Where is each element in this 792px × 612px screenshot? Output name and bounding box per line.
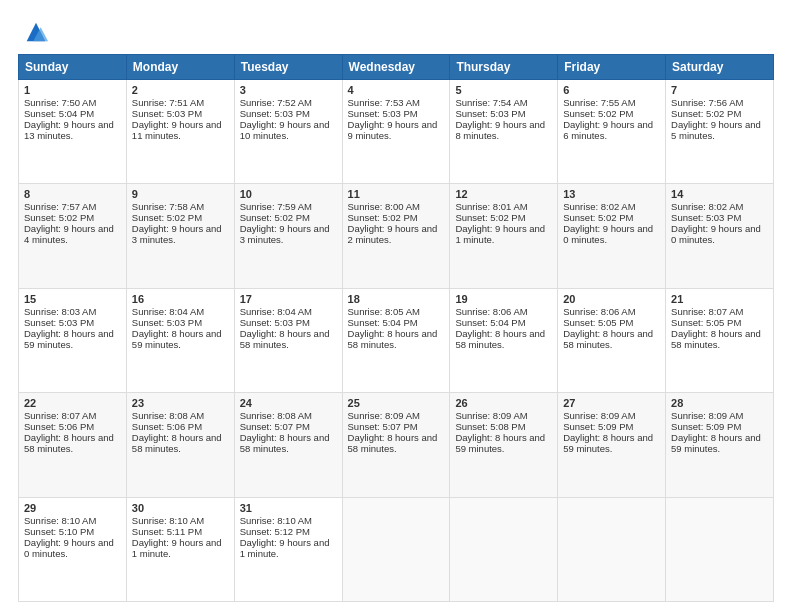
day-cell: 7Sunrise: 7:56 AMSunset: 5:02 PMDaylight… — [666, 80, 774, 184]
daylight: Daylight: 9 hours and 8 minutes. — [455, 119, 545, 141]
day-number: 21 — [671, 293, 768, 305]
day-cell: 5Sunrise: 7:54 AMSunset: 5:03 PMDaylight… — [450, 80, 558, 184]
header-day-sunday: Sunday — [19, 55, 127, 80]
sunset: Sunset: 5:10 PM — [24, 526, 94, 537]
daylight: Daylight: 8 hours and 59 minutes. — [563, 432, 653, 454]
sunset: Sunset: 5:04 PM — [455, 317, 525, 328]
day-number: 3 — [240, 84, 337, 96]
day-number: 2 — [132, 84, 229, 96]
day-number: 31 — [240, 502, 337, 514]
sunset: Sunset: 5:02 PM — [24, 212, 94, 223]
sunset: Sunset: 5:08 PM — [455, 421, 525, 432]
daylight: Daylight: 9 hours and 1 minute. — [132, 537, 222, 559]
week-row-4: 22Sunrise: 8:07 AMSunset: 5:06 PMDayligh… — [19, 393, 774, 497]
calendar-header: SundayMondayTuesdayWednesdayThursdayFrid… — [19, 55, 774, 80]
daylight: Daylight: 9 hours and 5 minutes. — [671, 119, 761, 141]
sunrise: Sunrise: 8:01 AM — [455, 201, 527, 212]
sunset: Sunset: 5:04 PM — [348, 317, 418, 328]
sunset: Sunset: 5:06 PM — [24, 421, 94, 432]
day-number: 6 — [563, 84, 660, 96]
day-cell: 13Sunrise: 8:02 AMSunset: 5:02 PMDayligh… — [558, 184, 666, 288]
sunrise: Sunrise: 8:04 AM — [132, 306, 204, 317]
day-cell: 10Sunrise: 7:59 AMSunset: 5:02 PMDayligh… — [234, 184, 342, 288]
day-cell: 27Sunrise: 8:09 AMSunset: 5:09 PMDayligh… — [558, 393, 666, 497]
day-cell: 23Sunrise: 8:08 AMSunset: 5:06 PMDayligh… — [126, 393, 234, 497]
daylight: Daylight: 8 hours and 59 minutes. — [455, 432, 545, 454]
sunset: Sunset: 5:05 PM — [671, 317, 741, 328]
day-number: 24 — [240, 397, 337, 409]
day-number: 18 — [348, 293, 445, 305]
sunrise: Sunrise: 7:50 AM — [24, 97, 96, 108]
header-row: SundayMondayTuesdayWednesdayThursdayFrid… — [19, 55, 774, 80]
sunset: Sunset: 5:02 PM — [671, 108, 741, 119]
day-cell: 4Sunrise: 7:53 AMSunset: 5:03 PMDaylight… — [342, 80, 450, 184]
sunrise: Sunrise: 8:02 AM — [671, 201, 743, 212]
day-cell: 19Sunrise: 8:06 AMSunset: 5:04 PMDayligh… — [450, 288, 558, 392]
sunrise: Sunrise: 8:09 AM — [348, 410, 420, 421]
daylight: Daylight: 9 hours and 0 minutes. — [563, 223, 653, 245]
sunrise: Sunrise: 8:09 AM — [671, 410, 743, 421]
sunset: Sunset: 5:12 PM — [240, 526, 310, 537]
day-number: 1 — [24, 84, 121, 96]
header-day-saturday: Saturday — [666, 55, 774, 80]
day-cell: 8Sunrise: 7:57 AMSunset: 5:02 PMDaylight… — [19, 184, 127, 288]
day-cell: 29Sunrise: 8:10 AMSunset: 5:10 PMDayligh… — [19, 497, 127, 601]
daylight: Daylight: 9 hours and 1 minute. — [240, 537, 330, 559]
sunrise: Sunrise: 8:07 AM — [24, 410, 96, 421]
daylight: Daylight: 8 hours and 58 minutes. — [240, 328, 330, 350]
sunrise: Sunrise: 8:03 AM — [24, 306, 96, 317]
daylight: Daylight: 9 hours and 11 minutes. — [132, 119, 222, 141]
day-cell: 26Sunrise: 8:09 AMSunset: 5:08 PMDayligh… — [450, 393, 558, 497]
day-number: 14 — [671, 188, 768, 200]
day-cell — [666, 497, 774, 601]
week-row-3: 15Sunrise: 8:03 AMSunset: 5:03 PMDayligh… — [19, 288, 774, 392]
day-number: 5 — [455, 84, 552, 96]
sunset: Sunset: 5:03 PM — [240, 108, 310, 119]
sunrise: Sunrise: 8:09 AM — [563, 410, 635, 421]
sunrise: Sunrise: 8:07 AM — [671, 306, 743, 317]
day-cell: 11Sunrise: 8:00 AMSunset: 5:02 PMDayligh… — [342, 184, 450, 288]
sunrise: Sunrise: 8:02 AM — [563, 201, 635, 212]
daylight: Daylight: 8 hours and 58 minutes. — [24, 432, 114, 454]
day-number: 7 — [671, 84, 768, 96]
day-cell: 31Sunrise: 8:10 AMSunset: 5:12 PMDayligh… — [234, 497, 342, 601]
daylight: Daylight: 8 hours and 58 minutes. — [671, 328, 761, 350]
daylight: Daylight: 8 hours and 59 minutes. — [671, 432, 761, 454]
daylight: Daylight: 9 hours and 9 minutes. — [348, 119, 438, 141]
daylight: Daylight: 9 hours and 3 minutes. — [132, 223, 222, 245]
sunset: Sunset: 5:03 PM — [132, 108, 202, 119]
logo-icon — [22, 18, 50, 46]
day-number: 29 — [24, 502, 121, 514]
day-cell — [558, 497, 666, 601]
day-cell: 17Sunrise: 8:04 AMSunset: 5:03 PMDayligh… — [234, 288, 342, 392]
sunset: Sunset: 5:11 PM — [132, 526, 202, 537]
daylight: Daylight: 9 hours and 1 minute. — [455, 223, 545, 245]
daylight: Daylight: 9 hours and 2 minutes. — [348, 223, 438, 245]
header — [18, 18, 774, 46]
daylight: Daylight: 8 hours and 59 minutes. — [24, 328, 114, 350]
daylight: Daylight: 8 hours and 58 minutes. — [563, 328, 653, 350]
daylight: Daylight: 9 hours and 10 minutes. — [240, 119, 330, 141]
sunrise: Sunrise: 7:59 AM — [240, 201, 312, 212]
day-cell: 25Sunrise: 8:09 AMSunset: 5:07 PMDayligh… — [342, 393, 450, 497]
day-cell: 2Sunrise: 7:51 AMSunset: 5:03 PMDaylight… — [126, 80, 234, 184]
sunrise: Sunrise: 7:56 AM — [671, 97, 743, 108]
sunrise: Sunrise: 8:06 AM — [455, 306, 527, 317]
sunrise: Sunrise: 8:05 AM — [348, 306, 420, 317]
day-cell: 20Sunrise: 8:06 AMSunset: 5:05 PMDayligh… — [558, 288, 666, 392]
day-number: 16 — [132, 293, 229, 305]
day-number: 10 — [240, 188, 337, 200]
daylight: Daylight: 8 hours and 58 minutes. — [240, 432, 330, 454]
day-number: 25 — [348, 397, 445, 409]
day-cell: 9Sunrise: 7:58 AMSunset: 5:02 PMDaylight… — [126, 184, 234, 288]
day-number: 26 — [455, 397, 552, 409]
page: SundayMondayTuesdayWednesdayThursdayFrid… — [0, 0, 792, 612]
sunrise: Sunrise: 8:00 AM — [348, 201, 420, 212]
day-cell: 18Sunrise: 8:05 AMSunset: 5:04 PMDayligh… — [342, 288, 450, 392]
week-row-2: 8Sunrise: 7:57 AMSunset: 5:02 PMDaylight… — [19, 184, 774, 288]
day-number: 4 — [348, 84, 445, 96]
logo — [18, 18, 50, 46]
sunrise: Sunrise: 8:08 AM — [240, 410, 312, 421]
sunset: Sunset: 5:03 PM — [24, 317, 94, 328]
daylight: Daylight: 9 hours and 0 minutes. — [671, 223, 761, 245]
